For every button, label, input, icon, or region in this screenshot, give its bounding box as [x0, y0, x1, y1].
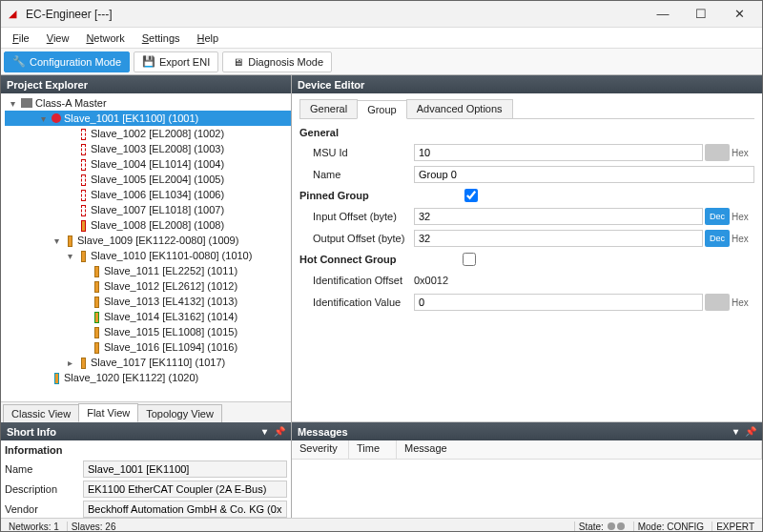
input-offset-dec-button[interactable]: Dec — [705, 208, 730, 225]
col-message[interactable]: Message — [397, 440, 762, 459]
short-vendor-label: Vendor — [5, 503, 83, 515]
tree-label: Slave_1007 [EL1018] (1007) — [91, 204, 224, 215]
tree-node[interactable]: Slave_1003 [EL2008] (1003) — [5, 141, 291, 156]
pinned-group-checkbox[interactable] — [464, 189, 478, 202]
device-icon — [92, 296, 101, 307]
msu-id-label: MSU Id — [299, 147, 414, 158]
tab-advanced-options[interactable]: Advanced Options — [406, 99, 513, 118]
button-label: Diagnosis Mode — [248, 56, 323, 68]
col-severity[interactable]: Severity — [292, 440, 349, 459]
tree-label: Slave_1016 [EL1094] (1016) — [104, 341, 237, 353]
close-button[interactable]: ✕ — [720, 3, 758, 26]
identification-value-input[interactable] — [414, 294, 703, 311]
toolbar: 🔧 Configuration Mode 💾 Export ENI 🖥 Diag… — [1, 49, 762, 75]
messages-columns: Severity Time Message — [292, 440, 762, 460]
tree-node[interactable]: Slave_1020 [EK1122] (1020) — [5, 370, 291, 385]
save-icon: 💾 — [142, 55, 155, 69]
tree-node[interactable]: Slave_1015 [EL1008] (1015) — [5, 324, 291, 339]
col-time[interactable]: Time — [349, 440, 397, 459]
diagnosis-mode-button[interactable]: 🖥 Diagnosis Mode — [222, 51, 332, 72]
configuration-mode-button[interactable]: 🔧 Configuration Mode — [4, 51, 130, 72]
menu-help[interactable]: Help — [190, 31, 227, 46]
short-desc-value — [83, 481, 287, 498]
device-editor-header: Device Editor — [292, 75, 762, 93]
menu-settings[interactable]: Settings — [134, 31, 188, 46]
tab-group[interactable]: Group — [357, 100, 407, 119]
tree-label: Slave_1002 [EL2008] (1002) — [91, 128, 224, 139]
tree-label: Slave_1001 [EK1100] (1001) — [64, 113, 198, 124]
hex-label: Hex — [732, 148, 754, 158]
dropdown-icon[interactable]: ▾ — [730, 426, 741, 438]
tree-master[interactable]: ▾ Class-A Master — [5, 95, 291, 111]
input-offset-input[interactable] — [414, 208, 703, 225]
name-input[interactable] — [414, 166, 754, 183]
title-bar: ◢ EC-Engineer [---] — ☐ ✕ — [1, 1, 762, 28]
window-title: EC-Engineer [---] — [26, 8, 644, 21]
tree-label: Slave_1005 [EL2004] (1005) — [91, 174, 224, 185]
tree-node[interactable]: Slave_1008 [EL2008] (1008) — [5, 217, 291, 233]
tree-node[interactable]: ▾Slave_1009 [EK1122-0080] (1009) — [5, 233, 291, 248]
expand-icon[interactable]: ▾ — [37, 113, 49, 124]
tree-node[interactable]: Slave_1011 [EL2252] (1011) — [5, 263, 291, 278]
identification-offset-value: 0x0012 — [414, 275, 448, 286]
expand-icon[interactable]: ▾ — [51, 235, 62, 246]
pin-icon[interactable]: 📌 — [745, 426, 756, 438]
output-offset-label: Output Offset (byte) — [299, 233, 414, 244]
minimize-button[interactable]: — — [644, 3, 682, 26]
tree-node[interactable]: ▾Slave_1001 [EK1100] (1001) — [5, 111, 291, 126]
pin-icon[interactable]: 📌 — [274, 426, 285, 438]
editor-tabs: General Group Advanced Options — [299, 99, 754, 119]
tree-node[interactable]: Slave_1006 [EL1034] (1006) — [5, 187, 291, 202]
device-icon — [78, 143, 88, 154]
tab-topology-view[interactable]: Topology View — [137, 404, 222, 422]
tree-label: Slave_1011 [EL2252] (1011) — [104, 265, 237, 276]
tree-node[interactable]: ▾Slave_1010 [EK1101-0080] (1010) — [5, 248, 291, 263]
device-icon — [92, 311, 101, 322]
button-label: Configuration Mode — [30, 56, 121, 68]
output-offset-input[interactable] — [414, 230, 703, 247]
status-bar: Networks: 1 Slaves: 26 State: Mode: CONF… — [1, 518, 762, 532]
device-icon — [78, 250, 88, 261]
menu-view[interactable]: View — [39, 31, 77, 46]
tab-classic-view[interactable]: Classic View — [3, 404, 79, 422]
tree-node[interactable]: Slave_1016 [EL1094] (1016) — [5, 339, 291, 355]
device-icon — [92, 326, 101, 338]
short-info-panel: Short Info ▾📌 Information Name Descripti… — [1, 422, 292, 518]
monitor-icon: 🖥 — [231, 55, 244, 69]
tree-node[interactable]: Slave_1005 [EL2004] (1005) — [5, 172, 291, 187]
msu-unit-button[interactable] — [705, 144, 730, 161]
idval-unit-button[interactable] — [705, 294, 730, 311]
panel-title: Messages — [298, 426, 348, 438]
device-icon — [52, 372, 61, 383]
status-state: State: — [574, 522, 629, 532]
hot-connect-checkbox[interactable] — [463, 253, 476, 266]
export-eni-button[interactable]: 💾 Export ENI — [134, 51, 218, 72]
tree-node[interactable]: Slave_1013 [EL4132] (1013) — [5, 294, 291, 309]
output-offset-dec-button[interactable]: Dec — [705, 230, 730, 247]
group-icon — [52, 113, 61, 123]
tree-node[interactable]: Slave_1002 [EL2008] (1002) — [5, 126, 291, 141]
maximize-button[interactable]: ☐ — [682, 3, 720, 26]
tree-node[interactable]: Slave_1007 [EL1018] (1007) — [5, 202, 291, 217]
tree-node[interactable]: Slave_1014 [EL3162] (1014) — [5, 309, 291, 324]
dropdown-icon[interactable]: ▾ — [258, 426, 270, 438]
menu-network[interactable]: Network — [78, 31, 132, 46]
tree-node[interactable]: Slave_1012 [EL2612] (1012) — [5, 278, 291, 294]
hex-label: Hex — [732, 234, 754, 244]
expand-icon[interactable]: ▾ — [64, 251, 75, 261]
tree-node[interactable]: ▸Slave_1017 [EK1110] (1017) — [5, 355, 291, 370]
tab-general[interactable]: General — [299, 99, 358, 118]
menu-file[interactable]: File — [5, 31, 37, 46]
device-icon — [92, 265, 101, 276]
device-tree[interactable]: ▾ Class-A Master ▾Slave_1001 [EK1100] (1… — [1, 93, 291, 401]
msu-id-input[interactable] — [414, 144, 703, 161]
hex-label: Hex — [732, 212, 754, 222]
tab-flat-view[interactable]: Flat View — [78, 403, 138, 422]
wrench-icon: 🔧 — [12, 55, 26, 69]
panel-title: Short Info — [7, 426, 56, 438]
tree-label: Class-A Master — [35, 97, 107, 109]
device-icon — [78, 189, 88, 200]
tree-node[interactable]: Slave_1004 [EL1014] (1004) — [5, 156, 291, 172]
tree-label: Slave_1020 [EK1122] (1020) — [64, 372, 198, 383]
expand-icon[interactable]: ▸ — [64, 358, 75, 368]
